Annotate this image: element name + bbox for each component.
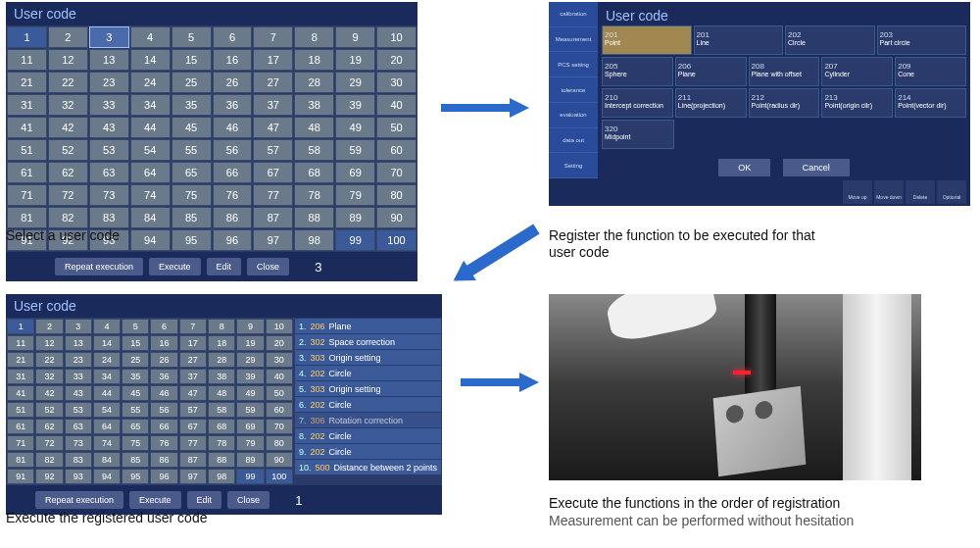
code-cell-36[interactable]: 36	[213, 94, 253, 116]
code-cell-25[interactable]: 25	[122, 352, 149, 368]
code-cell-33[interactable]: 33	[65, 369, 92, 384]
code-cell-1[interactable]: 1	[7, 319, 34, 334]
code-cell-66[interactable]: 66	[150, 419, 177, 434]
code-cell-9[interactable]: 9	[335, 26, 375, 48]
code-cell-57[interactable]: 57	[179, 402, 207, 418]
register-tile-210[interactable]: 210Intercept correction	[602, 88, 673, 118]
code-cell-95[interactable]: 95	[172, 229, 212, 251]
code-cell-86[interactable]: 86	[213, 207, 253, 228]
code-cell-70[interactable]: 70	[266, 419, 293, 434]
code-cell-44[interactable]: 44	[93, 385, 121, 401]
code-cell-41[interactable]: 41	[7, 117, 47, 138]
sidebar-item-calibration[interactable]: calibration	[549, 2, 598, 27]
code-cell-11[interactable]: 11	[7, 49, 47, 71]
code-cell-21[interactable]: 21	[7, 352, 34, 368]
code-cell-80[interactable]: 80	[376, 184, 416, 206]
code-cell-81[interactable]: 81	[7, 207, 47, 228]
code-cell-3[interactable]: 3	[65, 319, 92, 334]
sidebar-item-tolerance[interactable]: tolerance	[549, 77, 598, 103]
code-cell-60[interactable]: 60	[376, 139, 416, 161]
sidebar-item-pcs-setting[interactable]: PCS setting	[549, 52, 598, 77]
code-cell-79[interactable]: 79	[236, 435, 264, 451]
sidebar-item-setting[interactable]: Setting	[549, 153, 598, 178]
code-cell-45[interactable]: 45	[172, 117, 212, 138]
code-cell-17[interactable]: 17	[253, 49, 293, 71]
register-tile-211[interactable]: 211Line(projection)	[675, 88, 747, 118]
code-cell-99[interactable]: 99	[236, 469, 264, 484]
code-cell-53[interactable]: 53	[89, 139, 129, 161]
code-cell-57[interactable]: 57	[253, 139, 293, 161]
code-cell-67[interactable]: 67	[179, 419, 207, 434]
code-cell-43[interactable]: 43	[65, 385, 92, 401]
code-cell-9[interactable]: 9	[236, 319, 264, 334]
code-cell-73[interactable]: 73	[89, 184, 129, 206]
code-cell-79[interactable]: 79	[335, 184, 375, 206]
code-cell-60[interactable]: 60	[266, 402, 293, 418]
code-cell-15[interactable]: 15	[172, 49, 212, 71]
code-cell-21[interactable]: 21	[7, 72, 47, 93]
code-cell-41[interactable]: 41	[7, 385, 34, 401]
code-cell-95[interactable]: 95	[122, 469, 149, 484]
repeat-execution-button[interactable]: Repeat execution	[35, 491, 123, 509]
code-cell-16[interactable]: 16	[150, 335, 177, 351]
register-tile-320[interactable]: 320Midpoint	[602, 120, 674, 149]
close-button[interactable]: Close	[247, 258, 289, 275]
register-tile-201[interactable]: 201Line	[694, 25, 784, 55]
code-cell-78[interactable]: 78	[294, 184, 334, 206]
code-cell-26[interactable]: 26	[150, 352, 177, 368]
code-cell-10[interactable]: 10	[376, 26, 416, 48]
code-cell-78[interactable]: 78	[208, 435, 235, 451]
code-cell-37[interactable]: 37	[179, 369, 207, 384]
code-cell-3[interactable]: 3	[89, 26, 129, 48]
code-cell-12[interactable]: 12	[35, 335, 63, 351]
code-cell-45[interactable]: 45	[122, 385, 149, 401]
code-cell-88[interactable]: 88	[208, 452, 235, 468]
code-cell-52[interactable]: 52	[48, 139, 88, 161]
code-cell-38[interactable]: 38	[294, 94, 334, 116]
code-cell-48[interactable]: 48	[208, 385, 235, 401]
code-cell-6[interactable]: 6	[150, 319, 177, 334]
code-cell-46[interactable]: 46	[213, 117, 253, 138]
code-cell-63[interactable]: 63	[89, 162, 129, 183]
code-cell-8[interactable]: 8	[294, 26, 334, 48]
code-cell-14[interactable]: 14	[93, 335, 121, 351]
code-cell-77[interactable]: 77	[179, 435, 207, 451]
code-cell-69[interactable]: 69	[335, 162, 375, 183]
code-cell-4[interactable]: 4	[130, 26, 171, 48]
code-cell-83[interactable]: 83	[89, 207, 129, 228]
code-cell-42[interactable]: 42	[48, 117, 88, 138]
footer-icon-delete[interactable]: Delete	[906, 180, 935, 204]
code-cell-10[interactable]: 10	[266, 319, 293, 334]
sidebar-item-measurement[interactable]: Measurement	[549, 27, 598, 53]
code-cell-65[interactable]: 65	[172, 162, 212, 183]
code-cell-98[interactable]: 98	[294, 229, 334, 251]
code-cell-94[interactable]: 94	[130, 229, 171, 251]
register-tile-206[interactable]: 206Plane	[675, 57, 747, 86]
code-cell-66[interactable]: 66	[213, 162, 253, 183]
close-button[interactable]: Close	[227, 491, 270, 509]
code-cell-89[interactable]: 89	[335, 207, 375, 228]
function-item[interactable]: 10.500Distance between 2 points	[295, 460, 441, 475]
code-cell-76[interactable]: 76	[213, 184, 253, 206]
register-tile-205[interactable]: 205Sphere	[602, 57, 673, 86]
code-cell-97[interactable]: 97	[253, 229, 293, 251]
code-cell-22[interactable]: 22	[48, 72, 88, 93]
code-cell-7[interactable]: 7	[179, 319, 207, 334]
code-cell-90[interactable]: 90	[376, 207, 416, 228]
code-cell-50[interactable]: 50	[266, 385, 293, 401]
code-cell-19[interactable]: 19	[335, 49, 375, 71]
ok-button[interactable]: OK	[718, 159, 770, 176]
register-tile-212[interactable]: 212Point(radius dir)	[749, 88, 820, 118]
code-cell-96[interactable]: 96	[150, 469, 177, 484]
code-cell-8[interactable]: 8	[208, 319, 235, 334]
code-cell-37[interactable]: 37	[253, 94, 293, 116]
code-cell-29[interactable]: 29	[335, 72, 375, 93]
code-cell-94[interactable]: 94	[93, 469, 121, 484]
code-cell-56[interactable]: 56	[150, 402, 177, 418]
code-cell-47[interactable]: 47	[253, 117, 293, 138]
function-item[interactable]: 2.302Space correction	[295, 334, 441, 350]
code-cell-54[interactable]: 54	[93, 402, 121, 418]
edit-button[interactable]: Edit	[207, 258, 242, 275]
code-cell-72[interactable]: 72	[48, 184, 88, 206]
code-cell-44[interactable]: 44	[130, 117, 171, 138]
